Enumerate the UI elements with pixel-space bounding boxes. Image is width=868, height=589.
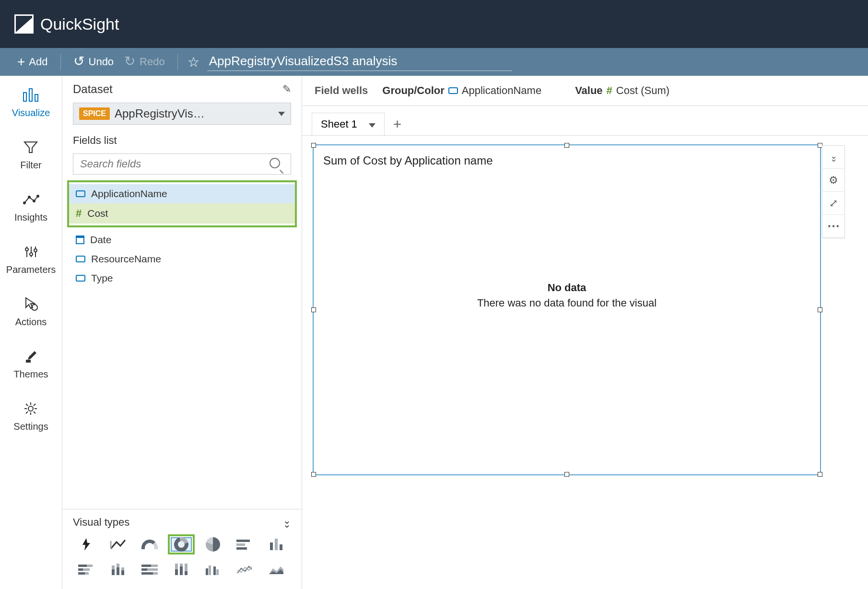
- resize-handle[interactable]: [818, 307, 822, 312]
- rail-visualize[interactable]: Visualize: [12, 85, 50, 118]
- visual-types-section: Visual types ↓: [62, 509, 302, 589]
- dataset-label: Dataset: [73, 82, 113, 96]
- sheet-tabs: Sheet 1 +: [302, 106, 868, 136]
- chevron-down-icon[interactable]: [362, 118, 375, 130]
- string-type-icon: [448, 87, 458, 94]
- resize-handle[interactable]: [564, 143, 569, 148]
- more-icon: [827, 219, 840, 234]
- rail-filter-label: Filter: [20, 160, 41, 171]
- svg-rect-42: [175, 569, 178, 575]
- field-date[interactable]: Date: [73, 230, 291, 249]
- left-rail: Visualize Filter Insights Parameters Act…: [0, 76, 62, 589]
- vt-line[interactable]: [231, 559, 258, 579]
- analysis-name-input[interactable]: AppRegistryVisualizedS3 analysis: [207, 53, 513, 71]
- plus-icon: [17, 54, 25, 70]
- no-data-label: No data: [314, 282, 820, 294]
- resize-handle[interactable]: [311, 307, 316, 312]
- vt-hbar[interactable]: [231, 534, 258, 554]
- search-fields-input[interactable]: [80, 158, 270, 170]
- rail-actions[interactable]: Actions: [15, 294, 47, 328]
- cursor-gear-icon: [22, 294, 41, 314]
- vt-vbar[interactable]: [263, 534, 290, 554]
- visual-maximize-button[interactable]: [822, 192, 845, 215]
- selected-fields-highlight: ApplicationName Cost: [67, 180, 297, 227]
- redo-label: Redo: [140, 56, 165, 68]
- divider: [60, 54, 61, 70]
- svg-point-15: [28, 406, 33, 411]
- vt-gauge[interactable]: [136, 534, 163, 554]
- rail-parameters[interactable]: Parameters: [6, 242, 56, 275]
- favorite-icon[interactable]: [188, 54, 199, 70]
- resize-handle[interactable]: [311, 143, 316, 148]
- sliders-icon: [22, 242, 41, 261]
- field-label: ResourceName: [91, 253, 161, 265]
- vt-clustered[interactable]: [199, 559, 226, 579]
- svg-rect-50: [216, 569, 219, 575]
- svg-point-10: [30, 253, 33, 256]
- rail-filter[interactable]: Filter: [20, 138, 41, 171]
- rail-insights[interactable]: Insights: [14, 190, 47, 223]
- svg-rect-34: [121, 567, 124, 570]
- add-button[interactable]: Add: [14, 52, 51, 71]
- field-resourcename[interactable]: ResourceName: [73, 249, 291, 269]
- value-well[interactable]: Value Cost (Sum): [575, 84, 669, 97]
- field-wells[interactable]: Field wells Group/Color ApplicationName …: [302, 76, 868, 106]
- svg-rect-40: [141, 572, 153, 575]
- field-label: ApplicationName: [91, 188, 167, 200]
- sheet-tab-1[interactable]: Sheet 1: [312, 113, 385, 135]
- field-type[interactable]: Type: [73, 269, 291, 288]
- vt-hstacked[interactable]: [73, 559, 100, 579]
- vt-auto[interactable]: [73, 534, 100, 554]
- rail-settings-label: Settings: [13, 421, 48, 432]
- field-label: Date: [90, 234, 111, 246]
- resize-handle[interactable]: [311, 472, 316, 477]
- vt-hstacked100[interactable]: [136, 559, 163, 579]
- svg-rect-14: [26, 360, 31, 363]
- visual-side-toolbar: [822, 145, 845, 238]
- svg-rect-47: [206, 568, 208, 575]
- rail-themes[interactable]: Themes: [13, 347, 48, 380]
- field-applicationname[interactable]: ApplicationName: [69, 184, 295, 203]
- undo-icon: [73, 56, 85, 68]
- visual-settings-button[interactable]: [822, 169, 845, 192]
- add-sheet-button[interactable]: +: [389, 116, 406, 132]
- fields-panel: Dataset SPICE AppRegistryVis… Fields lis…: [62, 76, 302, 589]
- search-fields-input-wrap[interactable]: [73, 153, 291, 175]
- resize-handle[interactable]: [818, 472, 822, 477]
- svg-rect-36: [141, 565, 151, 567]
- edit-dataset-icon[interactable]: [282, 83, 291, 95]
- rail-settings[interactable]: Settings: [13, 399, 48, 432]
- vt-kpi[interactable]: ↓: [105, 534, 131, 554]
- dataset-select[interactable]: SPICE AppRegistryVis…: [73, 103, 291, 125]
- sheet-tab-label: Sheet 1: [321, 118, 357, 130]
- visual-expand-button[interactable]: [822, 146, 845, 169]
- vt-vstacked100[interactable]: [168, 559, 195, 579]
- vt-area[interactable]: [263, 559, 290, 579]
- app-logo[interactable]: QuickSight: [14, 14, 119, 34]
- string-type-icon: [76, 275, 85, 282]
- vt-vstacked[interactable]: [105, 559, 131, 579]
- value-label: Value: [575, 84, 602, 97]
- svg-rect-44: [180, 566, 183, 575]
- group-color-well[interactable]: Group/Color ApplicationName: [382, 84, 541, 97]
- resize-handle[interactable]: [564, 472, 569, 477]
- collapse-icon[interactable]: [283, 518, 291, 526]
- visual-more-button[interactable]: [822, 215, 845, 238]
- vt-pie[interactable]: [199, 534, 226, 554]
- svg-rect-19: [236, 547, 247, 550]
- visual-container[interactable]: Sum of Cost by Application name No data …: [313, 144, 821, 475]
- no-data-message: There was no data found for the visual: [314, 297, 820, 309]
- undo-button[interactable]: Undo: [70, 54, 117, 70]
- svg-rect-38: [141, 568, 147, 571]
- svg-rect-20: [270, 542, 273, 550]
- vt-donut-highlighted[interactable]: [168, 534, 195, 554]
- svg-rect-25: [78, 568, 83, 571]
- number-type-icon: [76, 207, 82, 220]
- string-type-icon: [76, 190, 85, 197]
- svg-rect-48: [209, 565, 211, 575]
- gear-icon: [829, 174, 838, 187]
- svg-rect-1: [29, 89, 32, 101]
- visual-title: Sum of Cost by Application name: [314, 145, 820, 176]
- field-cost[interactable]: Cost: [69, 203, 295, 224]
- redo-button[interactable]: Redo: [121, 54, 168, 70]
